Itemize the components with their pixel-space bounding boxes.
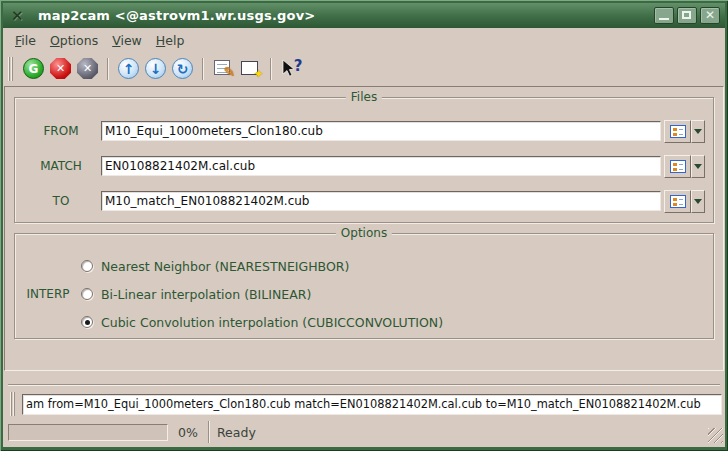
whats-this-button[interactable]: ? — [278, 55, 305, 82]
radio-bilinear[interactable] — [81, 288, 93, 300]
from-dropdown-button[interactable] — [691, 120, 705, 143]
chevron-down-icon — [694, 199, 702, 204]
menu-file[interactable]: File — [8, 31, 43, 50]
arrow-down-icon: ↓ — [145, 58, 166, 79]
whats-this-icon: ? — [281, 59, 303, 79]
to-input[interactable] — [101, 191, 661, 211]
match-row: MATCH — [15, 156, 713, 176]
progress-bar — [8, 424, 168, 441]
history-up-button[interactable]: ↑ — [115, 55, 142, 82]
radio-nearest-neighbor[interactable] — [81, 260, 93, 272]
chevron-down-icon — [694, 129, 702, 134]
menu-help[interactable]: Help — [149, 31, 192, 50]
radio-row: INTERP Bi-Linear interpolation (BILINEAR… — [15, 280, 713, 308]
command-line-input[interactable] — [22, 394, 722, 415]
file-dialog-icon — [670, 160, 686, 173]
pencil-icon: ✎ — [224, 64, 236, 80]
close-button[interactable]: ✕ — [700, 7, 720, 24]
main-toolbar: G ✕ ✕ ↑ ↓ ↻ ✎ — [3, 52, 725, 85]
redo-icon: ↻ — [172, 58, 193, 79]
match-dropdown-button[interactable] — [691, 155, 705, 178]
radio-nearest-neighbor-label[interactable]: Nearest Neighbor (NEARESTNEIGHBOR) — [101, 259, 349, 274]
redo-button[interactable]: ↻ — [169, 55, 196, 82]
radio-row: Nearest Neighbor (NEARESTNEIGHBOR) — [15, 252, 713, 280]
to-dropdown-button[interactable] — [691, 190, 705, 213]
stop-button[interactable]: ✕ — [47, 55, 74, 82]
from-row: FROM — [15, 121, 713, 141]
resize-grip[interactable] — [708, 428, 723, 443]
status-message: Ready — [210, 421, 708, 443]
command-line-toolbar — [3, 390, 725, 418]
match-label: MATCH — [29, 159, 93, 173]
toolbar-separator — [270, 58, 272, 80]
to-label: TO — [29, 194, 93, 208]
edit-log-icon: ✎ — [214, 60, 234, 77]
window-menu-icon[interactable]: ✕ — [11, 7, 29, 25]
from-label: FROM — [29, 124, 93, 138]
application-window: ✕ map2cam <@astrovm1.wr.usgs.gov> ✕ File… — [0, 0, 728, 451]
interp-label: INTERP — [15, 287, 81, 301]
toolbar-separator — [107, 58, 109, 80]
window-title: map2cam <@astrovm1.wr.usgs.gov> — [38, 8, 651, 23]
match-browse-button[interactable] — [664, 155, 691, 178]
abort-button[interactable]: ✕ — [74, 55, 101, 82]
spacer — [3, 371, 725, 384]
sparkle-icon: ✦ — [253, 67, 263, 81]
from-browse-button[interactable] — [664, 120, 691, 143]
to-browse-button[interactable] — [664, 190, 691, 213]
menu-bar: File Options View Help — [3, 28, 725, 52]
arrow-up-icon: ↑ — [118, 58, 139, 79]
chevron-down-icon — [694, 164, 702, 169]
file-dialog-icon — [670, 125, 686, 138]
menu-view[interactable]: View — [105, 31, 149, 50]
match-input[interactable] — [101, 156, 661, 176]
files-groupbox: Files FROM MATCH — [14, 97, 714, 223]
radio-bilinear-label[interactable]: Bi-Linear interpolation (BILINEAR) — [101, 287, 311, 302]
abort-icon: ✕ — [77, 58, 98, 79]
toolbar-drag-handle[interactable] — [8, 57, 15, 81]
command-toolbar-drag-handle[interactable] — [10, 392, 17, 416]
edit-log-button[interactable]: ✎ — [210, 55, 237, 82]
minimize-icon — [659, 18, 669, 20]
to-row: TO — [15, 191, 713, 211]
stop-icon: ✕ — [50, 58, 71, 79]
title-bar[interactable]: ✕ map2cam <@astrovm1.wr.usgs.gov> ✕ — [3, 3, 725, 28]
files-group-label: Files — [346, 90, 382, 104]
options-groupbox: Options Nearest Neighbor (NEARESTNEIGHBO… — [14, 233, 714, 339]
maximize-icon — [682, 11, 691, 19]
new-window-icon: ✦ — [241, 60, 261, 77]
window-body: File Options View Help G ✕ ✕ ↑ ↓ — [3, 28, 725, 447]
run-icon: G — [23, 58, 44, 79]
radio-row: Cubic Convolution interpolation (CUBICCO… — [15, 308, 713, 336]
toolbar-break-separator — [8, 384, 720, 386]
minimize-button[interactable] — [654, 7, 674, 24]
radio-cubic-convolution[interactable] — [81, 316, 93, 328]
file-dialog-icon — [670, 195, 686, 208]
status-bar: 0% Ready — [3, 418, 725, 447]
central-panel: Files FROM MATCH — [4, 86, 724, 371]
menu-options[interactable]: Options — [43, 31, 105, 50]
maximize-button[interactable] — [677, 7, 697, 24]
from-input[interactable] — [101, 121, 661, 141]
radio-cubic-convolution-label[interactable]: Cubic Convolution interpolation (CUBICCO… — [101, 315, 443, 330]
history-down-button[interactable]: ↓ — [142, 55, 169, 82]
toolbar-separator — [202, 58, 204, 80]
progress-percent: 0% — [168, 425, 208, 440]
options-group-label: Options — [336, 226, 392, 240]
run-button[interactable]: G — [20, 55, 47, 82]
new-window-button[interactable]: ✦ — [237, 55, 264, 82]
